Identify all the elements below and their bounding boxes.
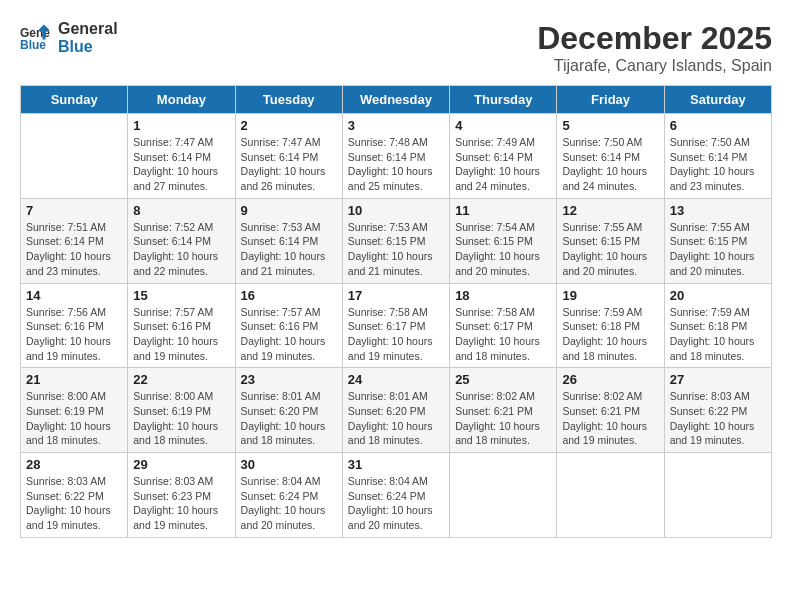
day-info: Sunrise: 7:57 AM Sunset: 6:16 PM Dayligh… [133, 305, 229, 364]
calendar-subtitle: Tijarafe, Canary Islands, Spain [537, 57, 772, 75]
day-number: 25 [455, 372, 551, 387]
day-number: 20 [670, 288, 766, 303]
day-info: Sunrise: 8:04 AM Sunset: 6:24 PM Dayligh… [348, 474, 444, 533]
calendar-cell: 27Sunrise: 8:03 AM Sunset: 6:22 PM Dayli… [664, 368, 771, 453]
calendar-cell: 7Sunrise: 7:51 AM Sunset: 6:14 PM Daylig… [21, 198, 128, 283]
calendar-cell: 22Sunrise: 8:00 AM Sunset: 6:19 PM Dayli… [128, 368, 235, 453]
calendar-cell: 19Sunrise: 7:59 AM Sunset: 6:18 PM Dayli… [557, 283, 664, 368]
week-row-5: 28Sunrise: 8:03 AM Sunset: 6:22 PM Dayli… [21, 453, 772, 538]
day-number: 21 [26, 372, 122, 387]
calendar-cell: 14Sunrise: 7:56 AM Sunset: 6:16 PM Dayli… [21, 283, 128, 368]
day-info: Sunrise: 7:50 AM Sunset: 6:14 PM Dayligh… [670, 135, 766, 194]
week-row-1: 1Sunrise: 7:47 AM Sunset: 6:14 PM Daylig… [21, 114, 772, 199]
logo-line2: Blue [58, 38, 118, 56]
logo-line1: General [58, 20, 118, 38]
week-row-4: 21Sunrise: 8:00 AM Sunset: 6:19 PM Dayli… [21, 368, 772, 453]
day-info: Sunrise: 7:58 AM Sunset: 6:17 PM Dayligh… [348, 305, 444, 364]
column-header-friday: Friday [557, 86, 664, 114]
calendar-cell: 3Sunrise: 7:48 AM Sunset: 6:14 PM Daylig… [342, 114, 449, 199]
svg-text:Blue: Blue [20, 37, 46, 51]
page-header: General Blue General Blue December 2025 … [20, 20, 772, 75]
day-number: 23 [241, 372, 337, 387]
day-info: Sunrise: 7:47 AM Sunset: 6:14 PM Dayligh… [241, 135, 337, 194]
day-number: 5 [562, 118, 658, 133]
day-number: 26 [562, 372, 658, 387]
calendar-cell: 30Sunrise: 8:04 AM Sunset: 6:24 PM Dayli… [235, 453, 342, 538]
day-number: 3 [348, 118, 444, 133]
day-info: Sunrise: 7:50 AM Sunset: 6:14 PM Dayligh… [562, 135, 658, 194]
day-number: 31 [348, 457, 444, 472]
calendar-cell [557, 453, 664, 538]
day-number: 27 [670, 372, 766, 387]
calendar-cell: 18Sunrise: 7:58 AM Sunset: 6:17 PM Dayli… [450, 283, 557, 368]
calendar-cell: 20Sunrise: 7:59 AM Sunset: 6:18 PM Dayli… [664, 283, 771, 368]
day-number: 18 [455, 288, 551, 303]
calendar-cell: 8Sunrise: 7:52 AM Sunset: 6:14 PM Daylig… [128, 198, 235, 283]
logo-icon: General Blue [20, 23, 50, 53]
calendar-cell: 6Sunrise: 7:50 AM Sunset: 6:14 PM Daylig… [664, 114, 771, 199]
day-number: 11 [455, 203, 551, 218]
calendar-cell: 9Sunrise: 7:53 AM Sunset: 6:14 PM Daylig… [235, 198, 342, 283]
calendar-cell: 15Sunrise: 7:57 AM Sunset: 6:16 PM Dayli… [128, 283, 235, 368]
day-number: 28 [26, 457, 122, 472]
calendar-cell: 31Sunrise: 8:04 AM Sunset: 6:24 PM Dayli… [342, 453, 449, 538]
day-info: Sunrise: 7:49 AM Sunset: 6:14 PM Dayligh… [455, 135, 551, 194]
day-info: Sunrise: 8:03 AM Sunset: 6:22 PM Dayligh… [670, 389, 766, 448]
day-info: Sunrise: 7:59 AM Sunset: 6:18 PM Dayligh… [670, 305, 766, 364]
calendar-table: SundayMondayTuesdayWednesdayThursdayFrid… [20, 85, 772, 538]
calendar-cell: 12Sunrise: 7:55 AM Sunset: 6:15 PM Dayli… [557, 198, 664, 283]
calendar-cell [21, 114, 128, 199]
day-number: 13 [670, 203, 766, 218]
column-header-monday: Monday [128, 86, 235, 114]
column-header-tuesday: Tuesday [235, 86, 342, 114]
day-info: Sunrise: 7:58 AM Sunset: 6:17 PM Dayligh… [455, 305, 551, 364]
calendar-cell: 28Sunrise: 8:03 AM Sunset: 6:22 PM Dayli… [21, 453, 128, 538]
day-info: Sunrise: 8:03 AM Sunset: 6:22 PM Dayligh… [26, 474, 122, 533]
day-number: 12 [562, 203, 658, 218]
day-number: 9 [241, 203, 337, 218]
day-info: Sunrise: 7:53 AM Sunset: 6:15 PM Dayligh… [348, 220, 444, 279]
day-info: Sunrise: 8:03 AM Sunset: 6:23 PM Dayligh… [133, 474, 229, 533]
calendar-cell: 2Sunrise: 7:47 AM Sunset: 6:14 PM Daylig… [235, 114, 342, 199]
day-number: 8 [133, 203, 229, 218]
calendar-cell: 11Sunrise: 7:54 AM Sunset: 6:15 PM Dayli… [450, 198, 557, 283]
day-number: 6 [670, 118, 766, 133]
day-info: Sunrise: 7:59 AM Sunset: 6:18 PM Dayligh… [562, 305, 658, 364]
day-info: Sunrise: 7:55 AM Sunset: 6:15 PM Dayligh… [670, 220, 766, 279]
day-number: 1 [133, 118, 229, 133]
column-header-thursday: Thursday [450, 86, 557, 114]
day-info: Sunrise: 8:00 AM Sunset: 6:19 PM Dayligh… [26, 389, 122, 448]
day-number: 22 [133, 372, 229, 387]
day-number: 15 [133, 288, 229, 303]
day-number: 14 [26, 288, 122, 303]
day-info: Sunrise: 7:48 AM Sunset: 6:14 PM Dayligh… [348, 135, 444, 194]
day-info: Sunrise: 8:02 AM Sunset: 6:21 PM Dayligh… [455, 389, 551, 448]
day-info: Sunrise: 7:54 AM Sunset: 6:15 PM Dayligh… [455, 220, 551, 279]
calendar-cell [450, 453, 557, 538]
calendar-cell: 17Sunrise: 7:58 AM Sunset: 6:17 PM Dayli… [342, 283, 449, 368]
day-number: 10 [348, 203, 444, 218]
calendar-cell: 23Sunrise: 8:01 AM Sunset: 6:20 PM Dayli… [235, 368, 342, 453]
day-number: 17 [348, 288, 444, 303]
day-info: Sunrise: 8:01 AM Sunset: 6:20 PM Dayligh… [348, 389, 444, 448]
day-info: Sunrise: 7:47 AM Sunset: 6:14 PM Dayligh… [133, 135, 229, 194]
calendar-cell: 26Sunrise: 8:02 AM Sunset: 6:21 PM Dayli… [557, 368, 664, 453]
day-info: Sunrise: 7:55 AM Sunset: 6:15 PM Dayligh… [562, 220, 658, 279]
day-info: Sunrise: 7:52 AM Sunset: 6:14 PM Dayligh… [133, 220, 229, 279]
calendar-header-row: SundayMondayTuesdayWednesdayThursdayFrid… [21, 86, 772, 114]
logo: General Blue General Blue [20, 20, 118, 55]
day-number: 2 [241, 118, 337, 133]
day-number: 7 [26, 203, 122, 218]
week-row-2: 7Sunrise: 7:51 AM Sunset: 6:14 PM Daylig… [21, 198, 772, 283]
calendar-cell: 1Sunrise: 7:47 AM Sunset: 6:14 PM Daylig… [128, 114, 235, 199]
day-number: 4 [455, 118, 551, 133]
day-info: Sunrise: 8:01 AM Sunset: 6:20 PM Dayligh… [241, 389, 337, 448]
day-number: 19 [562, 288, 658, 303]
calendar-cell: 25Sunrise: 8:02 AM Sunset: 6:21 PM Dayli… [450, 368, 557, 453]
calendar-cell: 13Sunrise: 7:55 AM Sunset: 6:15 PM Dayli… [664, 198, 771, 283]
day-number: 30 [241, 457, 337, 472]
calendar-cell: 29Sunrise: 8:03 AM Sunset: 6:23 PM Dayli… [128, 453, 235, 538]
day-info: Sunrise: 8:00 AM Sunset: 6:19 PM Dayligh… [133, 389, 229, 448]
column-header-saturday: Saturday [664, 86, 771, 114]
column-header-wednesday: Wednesday [342, 86, 449, 114]
